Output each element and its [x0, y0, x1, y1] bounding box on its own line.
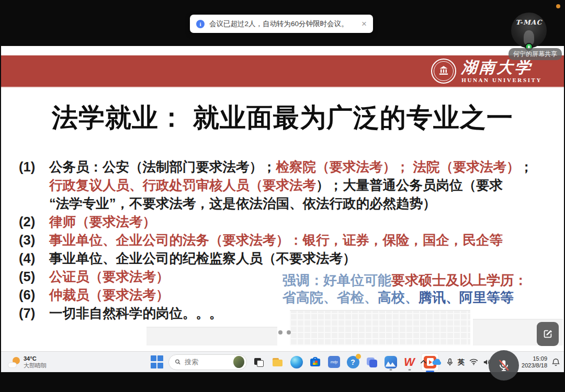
- search-input[interactable]: [185, 358, 230, 366]
- emphasis-note: 强调：好单位可能要求硕士及以上学历：省高院、省检、高校、腾讯、阿里等等: [282, 272, 527, 306]
- text-segment: 公务员：公安（法制部门要求法考）；: [49, 159, 276, 174]
- slide-title: 法学就业： 就业面最为广泛的专业之一: [1, 100, 564, 135]
- text-segment: “法学专业”，不要求法考，这是依法治国、依法行政的必然趋势）: [49, 196, 436, 211]
- text-segment: ）；大量普通公务员岗位（要求: [316, 178, 503, 192]
- watermark-building-left: [146, 327, 277, 345]
- career-list-line: (3)事业单位、企业公司的法务（要求法考）：银行，证券，保险，国企，民企等: [19, 231, 559, 249]
- career-list-line: “法学专业”，不要求法考，这是依法治国、依法行政的必然趋势）: [19, 194, 559, 213]
- wifi-icon[interactable]: [469, 359, 478, 365]
- microphone-tray-icon[interactable]: [447, 358, 453, 366]
- file-explorer-icon[interactable]: [270, 354, 285, 371]
- career-list-line: 行政复议人员、行政处罚审核人员（要求法考）；大量普通公务员岗位（要求: [19, 176, 559, 194]
- list-number: (6): [19, 287, 49, 303]
- annotation-pen-button[interactable]: [537, 322, 559, 346]
- pen-icon: [542, 328, 553, 340]
- taskbar-clock[interactable]: 15:09 2023/8/18: [522, 355, 547, 369]
- notification-bell-icon[interactable]: [552, 358, 560, 366]
- screen-share-label: 何宁的屏幕共享: [508, 48, 562, 60]
- wps-office-icon[interactable]: W: [402, 354, 416, 371]
- emphasis-line: 省高院、省检、高校、腾讯、阿里等等: [282, 289, 527, 306]
- text-segment: 腾讯、阿里等等: [419, 290, 514, 305]
- docs-app-icon[interactable]: [365, 354, 379, 371]
- text-segment: 强调：好单位可能: [282, 272, 391, 288]
- onedrive-cloud-icon[interactable]: [432, 359, 442, 366]
- university-logo: 湖南大学 HUNAN UNIVERSITY: [431, 59, 542, 84]
- university-seal-icon: [431, 59, 456, 84]
- edge-browser-icon[interactable]: [289, 354, 303, 371]
- bing-daily-image-icon: [233, 356, 244, 368]
- text-segment: 行政复议人员、行政处罚审核人员（要求法考: [49, 178, 316, 192]
- weather-sun-cloud-icon: [8, 357, 20, 367]
- list-number: (2): [19, 214, 49, 229]
- text-segment: 仲裁员（要求法考）: [49, 287, 170, 302]
- help-app-icon[interactable]: ?: [346, 354, 360, 371]
- slide-nav-dots: [278, 330, 291, 335]
- shared-screen: 湖南大学 HUNAN UNIVERSITY 法学就业： 就业面最为广泛的专业之一…: [1, 46, 564, 372]
- emphasis-line: 强调：好单位可能要求硕士及以上学历：: [282, 272, 527, 289]
- search-icon: [175, 359, 181, 365]
- clock-date: 2023/8/18: [522, 362, 547, 369]
- text-segment: 要求硕士及以上学历：: [391, 272, 527, 288]
- university-name-en: HUNAN UNIVERSITY: [461, 77, 542, 83]
- meeting-window: i 会议已超过2人，自动转为60分钟限时会议。 × T-MAC 何宁的屏幕共享 …: [0, 0, 565, 392]
- text-segment: 省高院、省检、: [282, 290, 378, 305]
- avatar-name-label: T-MAC: [511, 18, 547, 26]
- list-number: (3): [19, 233, 49, 248]
- text-segment: 事业单位、企业公司的法务（要求法考）：银行，证券，保险，国企，民企等: [49, 233, 503, 247]
- list-number: (4): [19, 251, 49, 266]
- university-name-cn: 湖南大学: [461, 60, 543, 75]
- taskbar-search[interactable]: [168, 354, 247, 370]
- ime-language-indicator[interactable]: 英: [458, 358, 465, 367]
- microsoft-store-icon[interactable]: [308, 354, 322, 371]
- notes-app-icon[interactable]: mdp: [327, 354, 341, 371]
- text-segment: 公证员（要求法考）: [49, 269, 170, 284]
- career-list-line: (1)公务员：公安（法制部门要求法考）；检察院（要求法考）； 法院（要求法考）；: [19, 158, 559, 176]
- slide-header-bar: 湖南大学 HUNAN UNIVERSITY: [1, 55, 564, 88]
- text-segment: 高校、: [378, 290, 419, 305]
- career-list-line: (2)律师（要求法考）: [19, 213, 559, 231]
- list-number: (7): [19, 306, 49, 321]
- weather-temp: 34°C: [24, 355, 47, 362]
- weather-desc: 大部晴朗: [24, 362, 47, 369]
- text-segment: 律师（要求法考）: [49, 214, 156, 229]
- meeting-toast: i 会议已超过2人，自动转为60分钟限时会议。 ×: [190, 15, 373, 33]
- recording-indicator-dot: [556, 4, 560, 8]
- participant-avatar[interactable]: T-MAC: [511, 13, 547, 48]
- photos-app-icon[interactable]: [383, 354, 398, 371]
- watermark-building-center: [290, 310, 470, 345]
- text-segment: 检察院（要求法考）； 法院（要求法考）: [276, 159, 520, 174]
- list-number: (5): [19, 269, 49, 284]
- toast-message: 会议已超过2人，自动转为60分钟限时会议。: [209, 19, 348, 29]
- list-number: (1): [19, 159, 49, 175]
- text-segment: ；: [520, 159, 534, 174]
- text-segment: 一切非自然科学的岗位。。。: [49, 306, 223, 320]
- muted-mic-floating-button[interactable]: [489, 350, 519, 381]
- taskbar-weather-widget[interactable]: 34°C 大部晴朗: [8, 352, 47, 372]
- chevron-up-icon[interactable]: [420, 360, 427, 364]
- text-segment: 事业单位、企业公司的纪检监察人员（不要求法考）: [49, 251, 356, 266]
- info-icon: i: [196, 20, 205, 28]
- windows-taskbar: 34°C 大部晴朗: [1, 351, 564, 372]
- mic-muted-icon: [497, 359, 511, 372]
- close-icon[interactable]: ×: [361, 19, 367, 28]
- career-list-line: (4)事业单位、企业公司的纪检监察人员（不要求法考）: [19, 249, 559, 268]
- task-view-button[interactable]: [252, 354, 266, 371]
- clock-time: 15:09: [522, 355, 547, 362]
- start-button[interactable]: [151, 355, 164, 368]
